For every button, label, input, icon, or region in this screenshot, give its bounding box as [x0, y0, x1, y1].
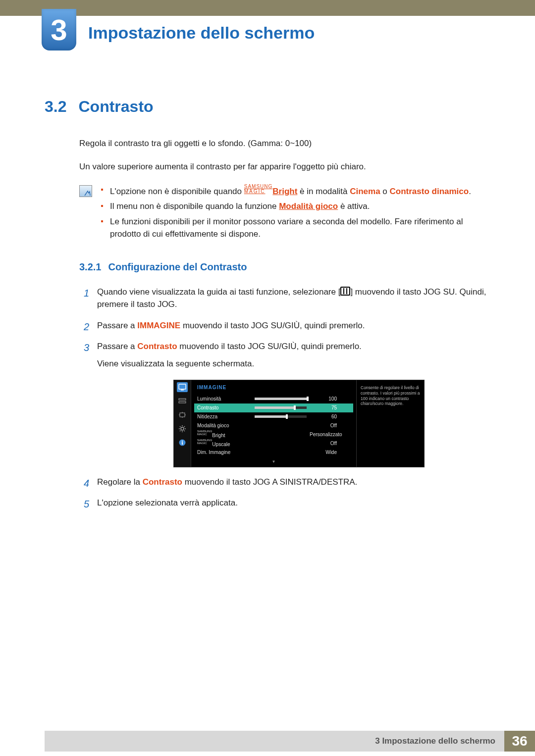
paragraph: Regola il contrasto tra gli oggetti e lo… — [79, 138, 490, 150]
osd-row-sharpness: Nitidezza 60 — [197, 412, 350, 421]
osd-label: Luminosità — [197, 396, 252, 403]
osd-sidebar-list-icon — [177, 396, 188, 406]
page-number: 36 — [504, 731, 535, 752]
svg-rect-3 — [179, 402, 186, 403]
text: Viene visualizzata la seguente schermata… — [97, 358, 490, 370]
osd-label: SAMSUNGMAGICBright — [197, 430, 252, 440]
osd-sidebar-resize-icon — [177, 410, 188, 420]
text: Passare a — [97, 342, 137, 351]
svg-point-5 — [181, 427, 184, 430]
osd-label: Contrasto — [197, 404, 252, 412]
osd-label: Modalità gioco — [197, 422, 252, 430]
text: muovendo il tasto JOG SU/GIÙ, quindi pre… — [177, 342, 362, 351]
subsection-title: Configurazione del Contrasto — [108, 260, 247, 274]
osd-slider — [255, 415, 307, 418]
note-block: L'opzione non è disponibile quando SAMSU… — [79, 184, 490, 244]
osd-value: Personalizzato — [310, 431, 337, 439]
step: 2 Passare a IMMAGINE muovendo il tasto J… — [79, 320, 490, 337]
text: muovendo il tasto JOG SU/GIÙ, quindi pre… — [180, 321, 365, 330]
paragraph: Un valore superiore aumenta il contrasto… — [79, 161, 490, 173]
note-item: Le funzioni disponibili per il monitor p… — [101, 216, 490, 240]
chevron-down-icon: ▼ — [197, 459, 350, 465]
osd-sidebar-info-icon — [177, 438, 188, 448]
osd-value: 60 — [310, 413, 337, 421]
osd-value: Wide — [310, 449, 337, 456]
step-number: 3 — [79, 341, 89, 375]
text: Regolare la — [97, 477, 143, 487]
text: L'opzione non è disponibile quando — [110, 187, 244, 196]
footer-text: 3 Impostazione dello schermo — [45, 731, 504, 752]
svg-rect-1 — [181, 390, 184, 391]
osd-sidebar-picture-icon — [177, 382, 188, 392]
text: o — [380, 187, 390, 196]
text-bold: Contrasto dinamico — [390, 187, 469, 196]
text-bold: IMMAGINE — [137, 321, 180, 330]
osd-row-magicupscale: SAMSUNGMAGICUpscale Off — [197, 439, 350, 448]
osd-row-contrast-selected: Contrasto 75 — [194, 403, 353, 412]
step-number: 2 — [79, 320, 89, 337]
osd-row-magicbright: SAMSUNGMAGICBright Personalizzato — [197, 430, 350, 439]
osd-description: Consente di regolare il livello di contr… — [356, 380, 424, 466]
section-title: Contrasto — [78, 95, 153, 118]
chapter-title: Impostazione dello schermo — [88, 21, 315, 45]
osd-menu-title: IMMAGINE — [197, 384, 350, 392]
step-number: 4 — [79, 476, 89, 494]
osd-label: Nitidezza — [197, 413, 252, 421]
step: 4 Regolare la Contrasto muovendo il tast… — [79, 476, 490, 494]
osd-sidebar-gear-icon — [177, 424, 188, 434]
subsection-number: 3.2.1 — [79, 260, 101, 274]
text: è in modalità — [297, 187, 350, 196]
chapter-header: 3 Impostazione dello schermo — [0, 9, 535, 50]
subsection-heading: 3.2.1 Configurazione del Contrasto — [79, 260, 490, 274]
note-list: L'opzione non è disponibile quando SAMSU… — [101, 184, 490, 244]
step: 5 L'opzione selezionata verrà applicata. — [79, 497, 490, 514]
osd-value: Off — [310, 422, 337, 430]
chapter-number-badge: 3 — [42, 9, 76, 50]
text: Il menu non è disponibile quando la funz… — [110, 202, 279, 211]
osd-value: 75 — [310, 404, 337, 412]
footer: 3 Impostazione dello schermo 36 — [0, 731, 535, 752]
step-number: 5 — [79, 497, 89, 514]
osd-slider — [255, 406, 307, 409]
svg-rect-0 — [179, 384, 186, 389]
text: . — [469, 187, 471, 196]
osd-value: Off — [310, 440, 337, 448]
osd-sidebar — [174, 380, 191, 466]
osd-label: SAMSUNGMAGICUpscale — [197, 439, 252, 449]
osd-row-imagesize: Dim. Immagine Wide — [197, 448, 350, 457]
steps-list-cont: 4 Regolare la Contrasto muovendo il tast… — [79, 476, 490, 514]
osd-row-brightness: Luminosità 100 — [197, 395, 350, 403]
samsung-magic-brand: SAMSUNGMAGIC — [244, 184, 273, 194]
link-text: Modalità gioco — [279, 202, 338, 211]
note-item: L'opzione non è disponibile quando SAMSU… — [101, 184, 490, 198]
steps-list: 1 Quando viene visualizzata la guida ai … — [79, 286, 490, 375]
osd-screenshot: IMMAGINE Luminosità 100 Contrasto 75 Nit… — [173, 380, 425, 467]
svg-rect-8 — [182, 441, 183, 442]
section-number: 3.2 — [45, 95, 66, 118]
osd-slider — [255, 398, 307, 400]
step: 1 Quando viene visualizzata la guida ai … — [79, 286, 490, 315]
svg-rect-2 — [179, 399, 186, 400]
menu-icon — [340, 287, 350, 296]
note-item: Il menu non è disponibile quando la funz… — [101, 201, 490, 213]
svg-rect-7 — [182, 442, 183, 445]
text: Quando viene visualizzata la guida ai ta… — [97, 287, 340, 297]
step-number: 1 — [79, 286, 89, 315]
note-icon — [79, 185, 92, 197]
text: muovendo il tasto JOG A SINISTRA/DESTRA. — [182, 477, 357, 487]
text: Passare a — [97, 321, 137, 330]
osd-row-gamemode: Modalità gioco Off — [197, 421, 350, 430]
text-bold: Cinema — [350, 187, 380, 196]
osd-menu: IMMAGINE Luminosità 100 Contrasto 75 Nit… — [191, 380, 356, 466]
text-bold: Contrasto — [137, 342, 177, 351]
svg-rect-4 — [180, 413, 185, 417]
text-bold: Contrasto — [143, 477, 182, 487]
osd-value: 100 — [310, 396, 337, 403]
step: 3 Passare a Contrasto muovendo il tasto … — [79, 341, 490, 375]
osd-label: Dim. Immagine — [197, 449, 252, 456]
section-heading: 3.2 Contrasto — [45, 95, 490, 118]
text: è attiva. — [338, 202, 370, 211]
text: L'opzione selezionata verrà applicata. — [97, 497, 490, 509]
text-bold: Bright — [272, 187, 297, 196]
